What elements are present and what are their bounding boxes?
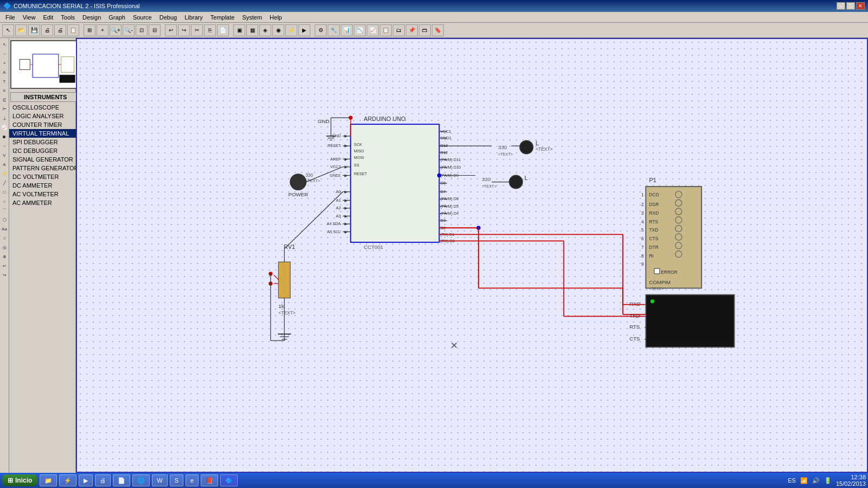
menu-library[interactable]: Library bbox=[181, 13, 206, 22]
menu-help[interactable]: Help bbox=[266, 13, 285, 22]
taskbar-isis[interactable]: 🔷 bbox=[220, 474, 238, 486]
tool-origin[interactable]: ⊕ bbox=[0, 252, 9, 261]
instrument-i2c-debugger[interactable]: I2C DEBUGGER bbox=[9, 146, 81, 155]
tb-tools2[interactable]: 🔧 bbox=[328, 24, 340, 36]
menu-debug[interactable]: Debug bbox=[156, 13, 180, 22]
tb-tools4[interactable]: 📉 bbox=[354, 24, 366, 36]
instrument-pattern-generator[interactable]: PATTERN GENERATOR bbox=[9, 164, 81, 172]
tool-line[interactable]: ╱ bbox=[0, 178, 9, 187]
taskbar-pdf[interactable]: 📕 bbox=[201, 474, 218, 486]
tb-clip[interactable]: 📋 bbox=[67, 24, 79, 36]
tool-mark[interactable]: ◎ bbox=[0, 243, 9, 252]
tool-volt[interactable]: V bbox=[0, 151, 9, 159]
p1-connector[interactable]: P1 DCD DSR RXD RTS TXD CTS DTR RI 1 2 3 … bbox=[641, 177, 701, 292]
taskbar-skype[interactable]: S bbox=[170, 474, 183, 486]
instrument-spi-debugger[interactable]: SPI DEBUGGER bbox=[9, 138, 81, 146]
tb-print[interactable]: 🖨 bbox=[41, 24, 53, 36]
tool-subcirc[interactable]: ⊏ bbox=[0, 95, 9, 104]
menu-system[interactable]: System bbox=[239, 13, 265, 22]
instrument-counter-timer[interactable]: COUNTER TIMER bbox=[9, 120, 81, 129]
menu-template[interactable]: Template bbox=[207, 13, 238, 22]
tb-tools1[interactable]: ⚙ bbox=[315, 24, 327, 36]
close-button[interactable]: ✕ bbox=[856, 2, 865, 10]
tb-open[interactable]: 📂 bbox=[15, 24, 27, 36]
tool-component[interactable]: → bbox=[0, 49, 9, 58]
instrument-ac-ammeter[interactable]: AC AMMETER bbox=[9, 198, 81, 207]
taskbar-lightning[interactable]: ⚡ bbox=[59, 474, 76, 486]
instrument-signal-generator[interactable]: SIGNAL GENERATOR bbox=[9, 155, 81, 164]
tool-junction[interactable]: + bbox=[0, 59, 9, 67]
tb-netlist[interactable]: ⚡ bbox=[285, 24, 297, 36]
tb-zoomsel[interactable]: ⊟ bbox=[149, 24, 161, 36]
instrument-oscilloscope[interactable]: OSCILLOSCOPE bbox=[9, 103, 81, 112]
tool-select[interactable]: ↖ bbox=[0, 40, 9, 49]
tool-poly[interactable]: ⬡ bbox=[0, 215, 9, 224]
tb-undo[interactable]: ↩ bbox=[165, 24, 177, 36]
arduino-uno[interactable]: ARDUINO UNO CCT001 GND RESET AREF VCC1 G… bbox=[327, 115, 461, 250]
tb-tools10[interactable]: 🔖 bbox=[432, 24, 444, 36]
tb-tools7[interactable]: 🗂 bbox=[393, 24, 405, 36]
power-component[interactable]: POWER 330 <TEXT> bbox=[288, 167, 342, 197]
tool-rect[interactable]: □ bbox=[0, 188, 9, 196]
tool-text[interactable]: T bbox=[0, 77, 9, 86]
menu-view[interactable]: View bbox=[20, 13, 39, 22]
taskbar-folder[interactable]: 📁 bbox=[40, 474, 57, 486]
tool-sym[interactable]: ☆ bbox=[0, 234, 9, 242]
tb-tools8[interactable]: 📌 bbox=[406, 24, 418, 36]
start-button[interactable]: ⊞ Inicio bbox=[2, 474, 37, 486]
taskbar-ie[interactable]: e bbox=[186, 474, 199, 486]
tb-origin[interactable]: + bbox=[97, 24, 108, 36]
tb-redo[interactable]: ↪ bbox=[178, 24, 190, 36]
tool-text2[interactable]: Aa bbox=[0, 224, 9, 233]
tb-zoomout[interactable]: 🔍- bbox=[123, 24, 135, 36]
schematic-diagram[interactable]: ARDUINO UNO CCT001 GND RESET AREF VCC1 G… bbox=[77, 39, 867, 472]
tool-pin[interactable]: ⊥ bbox=[0, 114, 9, 123]
menu-graph[interactable]: Graph bbox=[105, 13, 129, 22]
tb-copy[interactable]: ⎘ bbox=[204, 24, 216, 36]
menu-source[interactable]: Source bbox=[130, 13, 155, 22]
taskbar-docs[interactable]: 📄 bbox=[113, 474, 130, 486]
tool-terminal[interactable]: ⊢ bbox=[0, 105, 9, 113]
tb-tools3[interactable]: 📊 bbox=[341, 24, 353, 36]
menu-file[interactable]: File bbox=[2, 13, 18, 22]
tb-block1[interactable]: ▣ bbox=[233, 24, 245, 36]
rv1-potentiometer[interactable]: RV1 1k <TEXT> bbox=[269, 192, 343, 341]
tool-arc[interactable]: ⌒ bbox=[0, 206, 9, 215]
taskbar-hp[interactable]: 🖨 bbox=[95, 474, 111, 486]
tb-cut[interactable]: ✂ bbox=[191, 24, 203, 36]
tb-tools9[interactable]: 🗃 bbox=[419, 24, 431, 36]
taskbar-chrome[interactable]: 🌐 bbox=[132, 474, 150, 486]
tb-block2[interactable]: ▦ bbox=[246, 24, 258, 36]
tb-grid[interactable]: ⊞ bbox=[84, 24, 95, 36]
tool-power[interactable]: ⚡ bbox=[0, 169, 9, 178]
tool-label[interactable]: A bbox=[0, 68, 9, 76]
tool-graph[interactable]: 📈 bbox=[0, 123, 9, 132]
instrument-virtual-terminal[interactable]: VIRTUAL TERMINAL bbox=[9, 129, 81, 138]
menu-edit[interactable]: Edit bbox=[40, 13, 56, 22]
virtual-terminal[interactable]: RXD TXD RTS CTS bbox=[629, 295, 734, 348]
tb-pointer[interactable]: ↖ bbox=[2, 24, 14, 36]
tool-undo2[interactable]: ↩ bbox=[0, 261, 9, 270]
titlebar-controls[interactable]: ─ □ ✕ bbox=[837, 2, 865, 10]
tb-block4[interactable]: ◉ bbox=[272, 24, 284, 36]
led1[interactable]: 330 <TEXT> L <TEXT> bbox=[439, 140, 553, 157]
instrument-ac-voltmeter[interactable]: AC VOLTMETER bbox=[9, 190, 81, 198]
menu-tools[interactable]: Tools bbox=[58, 13, 78, 22]
tool-circ[interactable]: ○ bbox=[0, 197, 9, 206]
instrument-dc-voltmeter[interactable]: DC VOLTMETER bbox=[9, 172, 81, 181]
tool-redo2[interactable]: ↪ bbox=[0, 271, 9, 279]
tb-tools5[interactable]: 📈 bbox=[367, 24, 379, 36]
tb-zoomin[interactable]: 🔍+ bbox=[110, 24, 122, 36]
taskbar-word[interactable]: W bbox=[152, 474, 167, 486]
tool-bus[interactable]: ≡ bbox=[0, 86, 9, 95]
canvas-area[interactable]: ARDUINO UNO CCT001 GND RESET AREF VCC1 G… bbox=[76, 38, 868, 473]
instrument-logic-analyser[interactable]: LOGIC ANALYSER bbox=[9, 112, 81, 120]
tb-block3[interactable]: ◈ bbox=[259, 24, 271, 36]
taskbar-media[interactable]: ▶ bbox=[79, 474, 93, 486]
tool-gen[interactable]: ~ bbox=[0, 142, 9, 150]
tool-curr[interactable]: A bbox=[0, 160, 9, 169]
tb-tools6[interactable]: 📋 bbox=[380, 24, 392, 36]
tb-simulate[interactable]: ▶ bbox=[298, 24, 310, 36]
maximize-button[interactable]: □ bbox=[846, 2, 855, 10]
tb-zoomfit[interactable]: ⊡ bbox=[136, 24, 148, 36]
